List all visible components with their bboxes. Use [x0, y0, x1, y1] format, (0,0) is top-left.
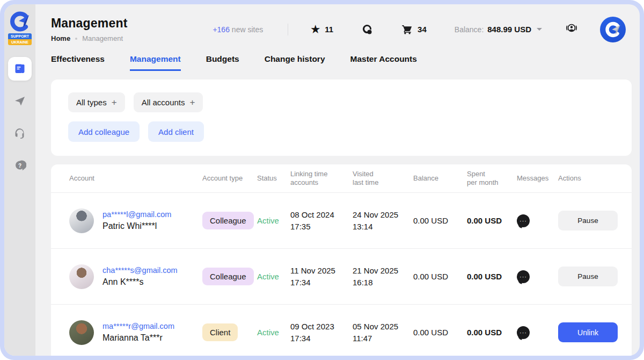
account-email-link[interactable]: ma*****r@gmail.com [103, 322, 174, 330]
cart-icon [401, 24, 413, 35]
tab-budgets[interactable]: Budgets [206, 54, 239, 71]
accounts-table: Account Account type Status Linking time… [51, 164, 632, 356]
status-badge: Active [257, 216, 290, 225]
filter-chips: All types + All accounts + [68, 92, 632, 112]
chat-button[interactable] [361, 24, 373, 35]
support-ukraine-badge: SUPPORT UKRAINE [8, 33, 32, 45]
breadcrumb-separator [75, 38, 77, 40]
account-cell: cha*****s@gmail.com Ann K****s [69, 264, 202, 289]
status-badge: Active [257, 272, 290, 281]
account-cell: pa*****l@gmail.com Patric Whi****l [69, 208, 202, 233]
new-sites[interactable]: +166 new sites [213, 25, 263, 34]
linking-time: 08 Oct 2024 17:35 [290, 209, 353, 233]
unlink-button[interactable]: Unlink [558, 322, 618, 342]
actions-cell: Unlink [558, 322, 618, 342]
messages-icon[interactable]: ··· [517, 214, 531, 227]
col-spent: Spent per month [467, 170, 517, 187]
app-container: SUPPORT UKRAINE [4, 4, 640, 356]
table-header: Account Account type Status Linking time… [51, 164, 632, 193]
topbar-right: +166 new sites ★ 11 [213, 17, 626, 42]
svg-text:?: ? [18, 163, 21, 169]
account-name: Patric Whi****l [103, 221, 171, 231]
sidebar-item-support[interactable] [8, 121, 32, 145]
paper-plane-icon [13, 95, 26, 107]
table-row: pa*****l@gmail.com Patric Whi****l Colle… [51, 193, 632, 249]
col-account: Account [69, 174, 202, 183]
visited-time: 21 Nov 2025 16:18 [353, 265, 413, 289]
brand-logo[interactable]: SUPPORT UKRAINE [8, 11, 32, 45]
filter-all-types[interactable]: All types + [68, 92, 125, 112]
account-identity: ma*****r@gmail.com Marianna Ta***r [103, 322, 174, 343]
topbar-divider [288, 24, 288, 35]
add-client-button[interactable]: Add client [148, 121, 204, 142]
col-status: Status [257, 174, 290, 183]
new-sites-count: +166 [213, 25, 230, 34]
type-badge: Colleague [202, 268, 254, 285]
account-type-cell: Colleague [202, 212, 257, 229]
balance-value: 848.99 USD [487, 25, 531, 34]
breadcrumb-current: Management [82, 34, 123, 42]
messages-cell: ··· [517, 326, 558, 339]
account-email-link[interactable]: pa*****l@gmail.com [103, 210, 171, 219]
spent-cell: 0.00 USD [467, 328, 517, 337]
filters-panel: All types + All accounts + Add colleague… [51, 80, 632, 156]
filter-all-accounts-label: All accounts [142, 98, 185, 107]
messages-icon[interactable]: ··· [517, 326, 531, 339]
actions-cell: Pause [558, 211, 618, 231]
topbar: Management Home Management +166 new site… [35, 4, 640, 42]
account-email-link[interactable]: cha*****s@gmail.com [103, 266, 178, 275]
document-icon [13, 62, 26, 75]
sidebar: SUPPORT UKRAINE [4, 4, 35, 356]
breadcrumb-home[interactable]: Home [51, 34, 70, 42]
account-identity: pa*****l@gmail.com Patric Whi****l [103, 210, 171, 231]
table-row: ma*****r@gmail.com Marianna Ta***r Clien… [51, 305, 632, 356]
account-identity: cha*****s@gmail.com Ann K****s [103, 266, 178, 287]
visited-time: 05 Nov 2025 11:47 [353, 321, 413, 344]
spent-cell: 0.00 USD [467, 272, 517, 281]
add-colleague-button[interactable]: Add colleague [68, 121, 140, 142]
sidebar-item-help[interactable]: ? [8, 154, 32, 177]
add-buttons: Add colleague Add client [68, 121, 632, 142]
favorites-counter[interactable]: ★ 11 [311, 24, 333, 34]
page-title: Management [51, 16, 212, 31]
brand-logo-icon [9, 11, 31, 32]
cart-counter[interactable]: 34 [401, 24, 427, 35]
tab-effectiveness[interactable]: Effectiveness [51, 54, 105, 71]
chat-icon [361, 24, 373, 35]
col-balance: Balance [413, 174, 467, 183]
sidebar-item-accounts[interactable] [8, 57, 32, 81]
tab-master-accounts[interactable]: Master Accounts [350, 54, 417, 71]
account-type-cell: Client [202, 323, 257, 341]
plus-icon: + [112, 97, 117, 108]
announcements-button[interactable] [565, 21, 579, 38]
favorites-count: 11 [325, 25, 333, 34]
balance-cell: 0.00 USD [413, 216, 467, 225]
linking-time: 09 Oct 2023 17:34 [290, 321, 353, 344]
filter-all-types-label: All types [76, 98, 107, 107]
balance-dropdown-icon[interactable] [537, 28, 542, 31]
account-cell: ma*****r@gmail.com Marianna Ta***r [69, 320, 202, 345]
spent-cell: 0.00 USD [467, 216, 517, 225]
messages-icon[interactable]: ··· [517, 270, 531, 283]
col-messages: Messages [517, 174, 558, 183]
sidebar-item-messenger[interactable] [8, 89, 32, 113]
tab-management[interactable]: Management [130, 54, 181, 71]
type-badge: Colleague [202, 212, 254, 229]
support-badge-line2: UKRAINE [8, 39, 32, 45]
messages-cell: ··· [517, 270, 558, 283]
tab-change-history[interactable]: Change history [265, 54, 325, 71]
avatar [69, 264, 94, 289]
balance-cell: 0.00 USD [413, 328, 467, 337]
tab-bar: Effectiveness Management Budgets Change … [51, 54, 640, 71]
pause-button[interactable]: Pause [558, 267, 618, 286]
support-badge-line1: SUPPORT [8, 33, 32, 39]
pause-button[interactable]: Pause [558, 211, 618, 231]
type-badge: Client [202, 323, 238, 341]
linking-time: 11 Nov 2025 17:34 [290, 265, 353, 289]
filter-all-accounts[interactable]: All accounts + [134, 92, 203, 112]
account-name: Ann K****s [103, 277, 178, 287]
new-sites-label: new sites [232, 25, 263, 34]
visited-time: 24 Nov 2025 13:14 [353, 209, 413, 233]
actions-cell: Pause [558, 267, 618, 286]
user-avatar[interactable] [600, 17, 626, 42]
